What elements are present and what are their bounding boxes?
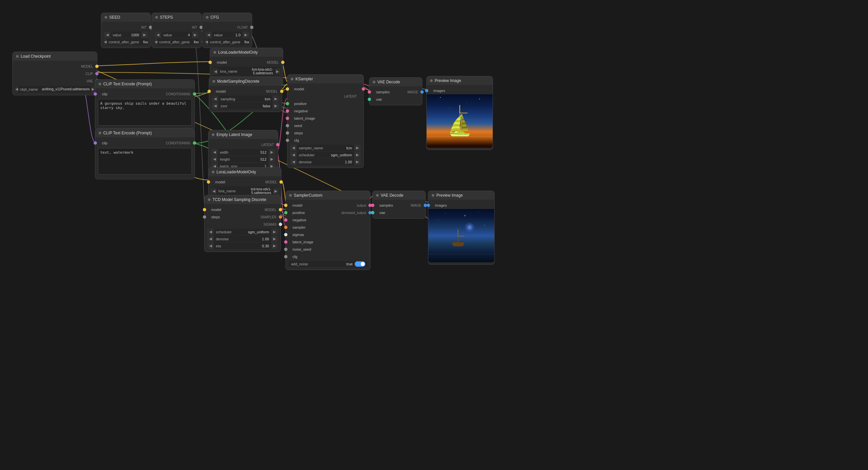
clip-neg-cond-port xyxy=(193,141,196,145)
steps-control-field[interactable]: ◀ control_after_gene fixed ▶ xyxy=(155,39,198,45)
ks-latent-row: latent_image xyxy=(287,115,363,122)
el-width-inc[interactable]: ▶ xyxy=(269,149,275,155)
vd1-samples-port xyxy=(368,90,371,94)
sampler-custom-header: SamplerCustom xyxy=(286,191,370,200)
lora-loader-1-title: LoraLoaderModelOnly xyxy=(218,50,258,55)
ks-seed-row: seed xyxy=(287,122,363,129)
el-height-inc[interactable]: ▶ xyxy=(269,156,275,162)
steps-dec[interactable]: ◀ xyxy=(155,32,161,38)
ks-sched-dec[interactable]: ◀ xyxy=(290,152,297,158)
vae-decode-2-title: VAE Decode xyxy=(381,193,403,198)
tcd-denoise-inc[interactable]: ▶ xyxy=(271,236,278,242)
msd-zsnr-dec[interactable]: ◀ xyxy=(212,103,218,109)
ks-scheduler-field[interactable]: ◀ scheduler sgm_uniform ▶ xyxy=(290,152,361,158)
el-height-value: 512 xyxy=(258,156,269,162)
ks-sched-inc[interactable]: ▶ xyxy=(354,152,361,158)
cfg-inc[interactable]: ▶ xyxy=(243,32,249,38)
ckpt-field[interactable]: ◀ ckpt_name anithing_v11Pruned.safetenso… xyxy=(15,86,94,92)
el-height-field[interactable]: ◀ height 512 ▶ xyxy=(211,156,275,162)
vae-decode-2-node: VAE Decode samples IMAGE vae xyxy=(372,191,426,219)
vd1-vae-row: vae xyxy=(369,96,422,103)
ks-negative-port xyxy=(286,109,289,113)
clip-neg-text[interactable]: text, watermark xyxy=(98,148,192,175)
clip-pos-text[interactable]: A gorgeous ship sails under a beautiful … xyxy=(98,99,192,126)
seed-value: 1000 xyxy=(129,32,141,38)
sc-noise-port xyxy=(284,248,287,251)
cfg-node: CFG FLOAT ◀ value 1.0 ▶ ◀ control_after_… xyxy=(202,13,252,48)
tcd-sampler-port xyxy=(279,215,282,219)
sc-add-noise-toggle[interactable] xyxy=(355,261,365,267)
ks-seed-port xyxy=(286,124,289,127)
seed-dec[interactable]: ◀ xyxy=(104,32,111,38)
el-height-dec[interactable]: ◀ xyxy=(211,156,218,162)
msd-zsnr-inc[interactable]: ▶ xyxy=(273,103,279,109)
preview-1-image xyxy=(427,94,493,148)
seed-value-field[interactable]: ◀ value 1000 ▶ xyxy=(104,32,148,38)
ckpt-dec[interactable]: ◀ xyxy=(15,86,18,92)
tcd-model-row: model MODEL xyxy=(205,206,280,213)
el-width-label: width xyxy=(218,149,258,155)
steps-control-value: fixed xyxy=(192,39,198,45)
cfg-control-field[interactable]: ◀ control_after_gene fixed ▶ xyxy=(205,39,249,45)
tcd-sched-dec[interactable]: ◀ xyxy=(207,229,214,235)
tcd-denoise-dec[interactable]: ◀ xyxy=(207,236,214,242)
clip-out-port xyxy=(95,72,99,75)
lora2-name-field[interactable]: ◀ lora_name tcd-lora-sdv1-5.safetensors … xyxy=(211,186,278,196)
cfg-control-dec[interactable]: ◀ xyxy=(205,39,208,45)
ks-sampler-inc[interactable]: ▶ xyxy=(354,145,361,151)
ckpt-name-value: anithing_v11Pruned.safetensors xyxy=(40,86,92,92)
msd-sampling-field[interactable]: ◀ sampling lcm ▶ xyxy=(212,96,279,102)
tcd-eta-inc[interactable]: ▶ xyxy=(271,243,278,249)
empty-latent-header: Empty Latent Image xyxy=(209,130,278,139)
tcd-eta-dec[interactable]: ◀ xyxy=(207,243,214,249)
sc-add-noise-field[interactable]: add_noise true xyxy=(288,261,367,267)
ks-denoise-field[interactable]: ◀ denoise 1.00 ▶ xyxy=(290,159,361,165)
seed-control-dec[interactable]: ◀ xyxy=(104,39,106,45)
ckpt-inc[interactable]: ▶ xyxy=(92,86,94,92)
el-latent-port xyxy=(276,143,279,146)
tcd-sched-label: scheduler xyxy=(214,229,246,235)
lora2-name-dec[interactable]: ◀ xyxy=(211,188,217,194)
seed-inc[interactable]: ▶ xyxy=(141,32,148,38)
ks-denoise-inc[interactable]: ▶ xyxy=(354,159,361,165)
cfg-dec[interactable]: ◀ xyxy=(205,32,212,38)
tcd-sched-field[interactable]: ◀ scheduler sgm_uniform ▶ xyxy=(207,229,278,235)
lora1-model-row: model MODEL xyxy=(210,59,283,66)
tcd-eta-field[interactable]: ◀ eta 0.30 ▶ xyxy=(207,243,278,249)
steps-int-row: INT xyxy=(152,24,201,31)
seed-type-label: INT xyxy=(141,26,147,29)
sc-positive-row: positive denoised_output xyxy=(286,209,370,216)
lora2-model-out-port xyxy=(279,180,283,184)
steps-inc[interactable]: ▶ xyxy=(192,32,198,38)
clip-encode-pos-header: CLIP Text Encode (Prompt) xyxy=(95,80,194,88)
el-width-dec[interactable]: ◀ xyxy=(211,149,218,155)
ks-sampler-label: sampler_name xyxy=(297,145,344,151)
el-width-field[interactable]: ◀ width 512 ▶ xyxy=(211,149,275,155)
msd-sampling-dec[interactable]: ◀ xyxy=(212,96,218,102)
steps-value-field[interactable]: ◀ value 4 ▶ xyxy=(155,32,198,38)
msd-zsnr-field[interactable]: ◀ zsnr false ▶ xyxy=(212,103,279,109)
lora1-name-dec[interactable]: ◀ xyxy=(213,68,218,75)
steps-control-dec[interactable]: ◀ xyxy=(155,39,157,45)
ks-negative-row: negative xyxy=(287,107,363,115)
el-latent-row: LATENT xyxy=(209,141,278,148)
lora2-name-inc[interactable]: ▶ xyxy=(273,188,278,194)
preview-2-node: Preview Image images xyxy=(428,191,495,265)
lora1-name-field[interactable]: ◀ lora_name lcm-lora-sdv1-5.safetensors … xyxy=(213,67,280,76)
msd-model-out-port xyxy=(280,90,283,93)
msd-sampling-inc[interactable]: ▶ xyxy=(273,96,279,102)
ks-sampler-field[interactable]: ◀ sampler_name lcm ▶ xyxy=(290,145,361,151)
sc-cfg-port xyxy=(284,255,287,258)
seed-control-field[interactable]: ◀ control_after_gene fixed ▶ xyxy=(104,39,148,45)
tcd-denoise-field[interactable]: ◀ denoise 1.00 ▶ xyxy=(207,236,278,242)
cfg-value-field[interactable]: ◀ value 1.0 ▶ xyxy=(205,32,249,38)
ks-sampler-dec[interactable]: ◀ xyxy=(290,145,297,151)
lora1-name-inc[interactable]: ▶ xyxy=(275,68,280,75)
tcd-sched-inc[interactable]: ▶ xyxy=(271,229,278,235)
cfg-label: value xyxy=(212,32,234,38)
tcd-sched-value: sgm_uniform xyxy=(246,229,271,235)
lora-loader-2-title: LoraLoaderModelOnly xyxy=(217,170,256,174)
tcd-sigmas-row: SIGMAS xyxy=(205,221,280,228)
load-checkpoint-header: Load Checkpoint xyxy=(13,52,97,61)
ks-denoise-dec[interactable]: ◀ xyxy=(290,159,297,165)
